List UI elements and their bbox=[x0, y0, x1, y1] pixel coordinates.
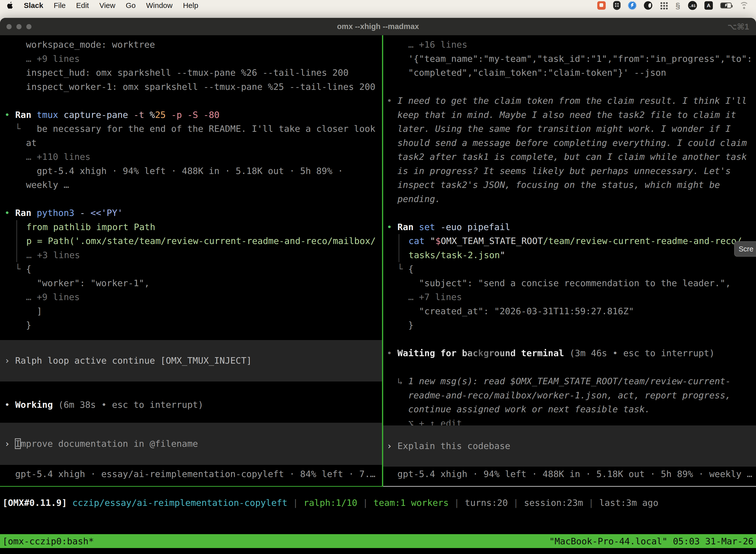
text-segment: later. Using the same for transition mig… bbox=[387, 124, 731, 134]
text-segment: › bbox=[4, 439, 15, 449]
terminal-line: gpt-5.4 xhigh · essay/ai-reimplementatio… bbox=[4, 467, 382, 481]
text-segment: -euo pipefail bbox=[441, 222, 510, 232]
menu-item-edit[interactable]: Edit bbox=[76, 1, 89, 10]
terminal-line: • I need to get the claim token from the… bbox=[387, 94, 756, 108]
terminal-line bbox=[387, 361, 756, 375]
terminal-line bbox=[387, 206, 756, 220]
text-segment: … +3 lines bbox=[26, 250, 80, 260]
apple-icon[interactable] bbox=[7, 2, 13, 9]
close-window-icon[interactable] bbox=[6, 24, 12, 29]
text-segment bbox=[387, 334, 392, 344]
terminal-line: └ { bbox=[387, 262, 756, 276]
zoom-window-icon[interactable] bbox=[26, 24, 32, 29]
text-segment bbox=[387, 208, 392, 218]
left-terminal-pane[interactable]: workspace_mode: worktree … +9 lines insp… bbox=[0, 35, 382, 486]
text-segment: … +9 lines bbox=[4, 292, 80, 302]
text-segment: cat bbox=[408, 236, 430, 246]
text-segment: • bbox=[387, 348, 397, 358]
dots-grid-icon[interactable] bbox=[660, 1, 668, 9]
wifi-icon[interactable] bbox=[739, 2, 749, 9]
terminal-line: • Waiting for background terminal (3m 46… bbox=[387, 346, 756, 361]
keyboard-input-icon[interactable]: A bbox=[704, 1, 713, 10]
terminal-block: └ { "subject": "send a concise recommend… bbox=[387, 262, 756, 430]
text-segment: gpt-5.4 xhigh · essay/ai-reimplementatio… bbox=[4, 469, 376, 479]
text-segment: workspace_mode: worktree bbox=[4, 40, 155, 50]
text-segment: | bbox=[358, 498, 374, 508]
menu-item-file[interactable]: File bbox=[54, 1, 65, 10]
battery-count-icon[interactable]: ..61 bbox=[688, 1, 697, 10]
text-segment: … +16 lines bbox=[387, 40, 467, 50]
text-segment: Explain this codebase bbox=[397, 441, 510, 451]
text-segment: team:1 workers bbox=[374, 498, 449, 508]
menu-item-view[interactable]: View bbox=[99, 1, 115, 10]
shield-grid-icon[interactable] bbox=[613, 1, 621, 10]
menu-status-icons: ..61A bbox=[597, 1, 749, 10]
terminal-line bbox=[387, 80, 756, 94]
menu-item-go[interactable]: Go bbox=[126, 1, 136, 10]
text-segment: readme-and-reco/mailbox/worker-1.json, a… bbox=[387, 390, 731, 400]
terminal-line: p = Path('.omx/state/team/review-current… bbox=[26, 234, 382, 248]
squiggle-icon[interactable] bbox=[675, 1, 681, 10]
menu-item-window[interactable]: Window bbox=[146, 1, 173, 10]
terminal-line: gpt-5.4 xhigh · 94% left · 488K in · 5.1… bbox=[387, 467, 756, 481]
inject-banner: › Ralph loop active continue [OMX_TMUX_I… bbox=[0, 340, 382, 382]
text-segment: p = Path('.omx/state/team/review-current… bbox=[26, 236, 376, 246]
text-segment: capture-pane bbox=[63, 110, 133, 120]
text-segment: continue assigned work or next feasible … bbox=[387, 404, 650, 414]
text-segment: inspect_worker-1: omx sparkshell --tmux-… bbox=[4, 82, 376, 92]
text-segment: from pathlib import Path bbox=[26, 222, 155, 232]
menu-item-help[interactable]: Help bbox=[183, 1, 198, 10]
text-segment: } bbox=[4, 320, 31, 330]
prompt-input[interactable]: › Improve documentation in @filename bbox=[0, 423, 382, 465]
text-segment: - bbox=[80, 208, 90, 218]
text-segment: <<'PY' bbox=[90, 208, 123, 218]
terminal-line: … +16 lines bbox=[387, 38, 756, 52]
text-segment: ralph:1/10 bbox=[304, 498, 358, 508]
text-segment: python3 bbox=[37, 208, 80, 218]
text-segment: " bbox=[430, 236, 436, 246]
text-segment: tasks/task-2.json bbox=[408, 250, 500, 260]
crescent-app-icon[interactable] bbox=[644, 1, 652, 10]
terminal-line: • Ran python3 - <<'PY' bbox=[4, 206, 382, 220]
terminal-line: later. Using the same for transition mig… bbox=[387, 122, 756, 136]
terminal-line: └ be necessary for the end of the README… bbox=[4, 122, 382, 136]
chat-app-icon[interactable] bbox=[597, 1, 606, 10]
terminal-line: … +9 lines bbox=[4, 52, 382, 66]
text-segment: | bbox=[288, 498, 304, 508]
text-segment: "worker": "worker-1", bbox=[4, 278, 149, 288]
right-terminal-pane[interactable]: … +16 lines '{"team_name":"my-team","tas… bbox=[383, 35, 756, 486]
text-segment: Ran bbox=[397, 222, 419, 232]
terminal-line: └ { bbox=[4, 262, 382, 276]
text-segment: Waiting for background terminal bbox=[397, 348, 564, 358]
bolt-badge-icon[interactable] bbox=[628, 1, 636, 10]
text-segment: "completed","claim_token":"claim-token"}… bbox=[387, 67, 666, 78]
terminal-line: from pathlib import Path bbox=[26, 220, 382, 234]
text-segment: inspect_hud: omx sparkshell --tmux-pane … bbox=[4, 67, 349, 78]
prompt-input[interactable]: › Explain this codebase bbox=[383, 426, 756, 466]
terminal-line: › Improve documentation in @filename bbox=[4, 437, 198, 451]
text-segment: › bbox=[4, 355, 15, 366]
terminal-line bbox=[387, 332, 756, 346]
menu-app-name[interactable]: Slack bbox=[24, 1, 43, 10]
minimize-window-icon[interactable] bbox=[16, 24, 21, 29]
terminal-line: is in progress? It seems likely but perh… bbox=[387, 164, 756, 178]
terminal-line: • Ran set -euo pipefail bbox=[387, 220, 756, 234]
text-segment: └ bbox=[4, 264, 26, 274]
text-segment: mprove documentation in @filename bbox=[20, 439, 198, 449]
pane-divider-horizontal bbox=[0, 486, 756, 487]
text-segment: • bbox=[4, 400, 15, 410]
text-segment: '{"team_name":"my-team","task_id":"1","f… bbox=[387, 54, 752, 64]
terminal-line: continue assigned work or next feasible … bbox=[387, 402, 756, 417]
text-segment: | bbox=[508, 498, 524, 508]
battery-icon[interactable] bbox=[720, 2, 732, 8]
terminal-line: readme-and-reco/mailbox/worker-1.json, a… bbox=[387, 388, 756, 403]
working-status: • Working (6m 38s • esc to interrupt) bbox=[0, 398, 382, 412]
tmux-session-label[interactable]: [omx-cczip0:bash* bbox=[2, 536, 94, 546]
window-titlebar[interactable]: omx --xhigh --madmax ⌥⌘1 bbox=[0, 18, 756, 35]
terminal-content: workspace_mode: worktree … +9 lines insp… bbox=[0, 35, 756, 554]
text-segment: task2 after task1 is complete, but can I… bbox=[387, 152, 747, 162]
terminal-line: "created_at": "2026-03-31T11:59:27.816Z" bbox=[387, 304, 756, 319]
command-output-block: from pathlib import Pathp = Path('.omx/s… bbox=[16, 220, 382, 262]
terminal-line: › Explain this codebase bbox=[387, 439, 510, 453]
text-segment: "created_at": "2026-03-31T11:59:27.816Z" bbox=[387, 306, 634, 316]
